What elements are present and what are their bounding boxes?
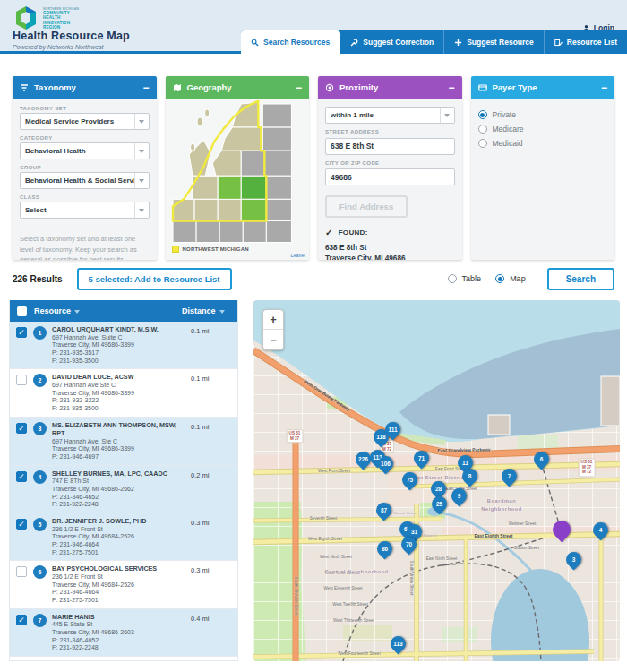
view-option-table[interactable]: Table [448, 274, 482, 283]
search-button[interactable]: Search [547, 268, 614, 290]
marker-number: 7 [502, 469, 517, 484]
map-marker-113[interactable]: 113 [387, 633, 408, 654]
resource-address-line: 747 E 8Th St [52, 478, 187, 486]
map-marker-3[interactable]: 3 [563, 548, 584, 570]
taxonomy-panel: Taxonomy − TAXONOMY SETMedical Service P… [13, 76, 157, 260]
radius-select[interactable]: within 1 mile [325, 107, 455, 124]
resource-address-line: Traverse City, MI 49686-3399 [52, 341, 187, 349]
city-zip-input[interactable] [325, 168, 455, 185]
map-marker-71[interactable]: 71 [410, 447, 432, 469]
add-to-resource-list-button[interactable]: 5 selected: Add to Resource List [77, 268, 232, 290]
marker-number: 226 [356, 452, 371, 467]
table-row[interactable]: 2DAVID DEAN LUCE, ACSW697 Hannah Ave Ste… [10, 369, 237, 417]
payer-option-medicaid[interactable]: Medicaid [478, 139, 608, 148]
resource-address-line: Traverse City, MI 49684-2526 [52, 582, 187, 590]
table-row[interactable]: ✓5DR. JENNIFER J. SOWLE, PHD236 1/2 E Fr… [10, 513, 237, 561]
tab-search-resources[interactable]: Search Resources [241, 30, 340, 54]
find-address-button[interactable]: Find Address [325, 195, 408, 218]
wrench-icon [350, 39, 358, 47]
tab-suggest-correction[interactable]: Suggest Correction [340, 30, 444, 54]
distance-value: 0.3 mi [191, 517, 237, 556]
map-marker-25[interactable]: 25 [428, 493, 450, 514]
collapse-icon[interactable]: − [142, 83, 149, 92]
payer-option-medicare[interactable]: Medicare [478, 125, 608, 134]
tab-label: Suggest Correction [363, 38, 434, 47]
radio-icon[interactable] [495, 274, 504, 283]
result-number-badge: 2 [33, 374, 47, 387]
map-marker-4[interactable]: 4 [589, 519, 611, 540]
found-address-marker[interactable] [549, 517, 574, 542]
select-taxonomy-set[interactable]: Medical Service Providers [20, 113, 150, 130]
collapse-icon[interactable]: − [296, 83, 302, 92]
distance-value: 0.4 mi [191, 613, 237, 652]
row-checkbox[interactable] [16, 375, 27, 385]
view-option-map[interactable]: Map [495, 274, 526, 283]
row-checkbox[interactable]: ✓ [16, 327, 27, 338]
street-address-input[interactable] [325, 138, 455, 155]
row-checkbox[interactable] [16, 566, 27, 577]
map-area-label: Boardman [487, 498, 516, 504]
radio-label: Map [510, 274, 526, 283]
marker-number: 111 [385, 422, 400, 437]
select-class[interactable]: Select [20, 202, 150, 219]
radio-icon[interactable] [478, 110, 487, 119]
table-row[interactable]: ✓7MARIE HANIS445 E State StTraverse City… [10, 609, 237, 657]
resource-address-line: P: 231-946-4697 [52, 453, 187, 461]
column-header-distance[interactable]: Distance [182, 306, 237, 316]
select-group[interactable]: Behavioral Health & Social Servic [20, 172, 150, 189]
results-map[interactable]: West Grandview ParkwayEast Grandview Par… [253, 300, 620, 661]
panel-title: Geography [187, 82, 232, 92]
map-marker-86[interactable]: 86 [374, 538, 395, 559]
table-row[interactable]: ✓1CAROL URQUHART KINDT, M.S.W.697 Hannah… [10, 322, 237, 369]
map-marker-106[interactable]: 106 [374, 452, 396, 474]
map-marker-7[interactable]: 7 [498, 465, 520, 487]
distance-value: 0.5 mi [191, 660, 237, 661]
resource-address-line: Traverse City, MI 49684-2526 [52, 533, 187, 541]
map-street-label: West Twelfth Street [332, 602, 368, 607]
geography-minimap[interactable]: NORTHWEST MICHIGAN Leaflet [166, 99, 310, 260]
select-all-checkbox[interactable] [17, 306, 27, 316]
map-marker-6[interactable]: 6 [530, 448, 552, 470]
collapse-icon[interactable]: − [448, 83, 454, 92]
radio-icon[interactable] [478, 139, 487, 148]
radio-icon[interactable] [478, 125, 487, 134]
row-checkbox[interactable]: ✓ [16, 471, 27, 482]
zoom-out-button[interactable]: − [263, 330, 283, 349]
resource-info: STEVEN GREENMAN, LPC125 S Park St, Suite… [52, 660, 191, 661]
marker-number: 28 [431, 481, 446, 496]
resource-address-line: P: 231-346-4652 [52, 494, 187, 502]
proximity-panel: Proximity − within 1 mile STREET ADDRESS… [318, 76, 462, 260]
table-row[interactable]: ✓3MS. ELIZABETH ANN THOMPSON, MSW, RPT69… [10, 418, 237, 466]
payer-option-private[interactable]: Private [478, 110, 608, 119]
marker-number: 71 [414, 451, 429, 466]
resource-address-line: 445 E State St [52, 621, 187, 629]
tab-suggest-resource[interactable]: Suggest Resource [444, 30, 545, 54]
leaflet-attribution[interactable]: Leaflet [290, 253, 305, 258]
row-checkbox[interactable]: ✓ [16, 519, 27, 530]
page-title: Health Resource Map [13, 30, 130, 42]
radio-icon[interactable] [448, 274, 457, 283]
map-marker-9[interactable]: 9 [448, 485, 469, 506]
zoom-in-button[interactable]: + [263, 310, 283, 330]
resource-name: STEVEN GREENMAN, LPC [52, 660, 187, 661]
column-header-resource[interactable]: Resource [34, 306, 182, 316]
resource-name: BAY PSYCHOLOGICAL SERVICES [52, 564, 187, 573]
row-checkbox[interactable]: ✓ [16, 615, 27, 625]
map-marker-111[interactable]: 111 [382, 418, 403, 440]
resource-info: DAVID DEAN LUCE, ACSW697 Hannah Ave Ste … [52, 373, 191, 412]
table-row[interactable]: ✓4SHELLEY BURNES, MA, LPC, CAADC747 E 8T… [10, 466, 237, 513]
tab-label: Suggest Resource [467, 38, 534, 47]
resource-address-line: P: 231-932-3222 [52, 397, 187, 405]
table-row[interactable]: 8STEVEN GREENMAN, LPC125 S Park St, Suit… [10, 657, 237, 661]
map-marker-75[interactable]: 75 [399, 469, 420, 490]
card-icon [478, 83, 487, 92]
row-checkbox[interactable]: ✓ [16, 423, 27, 434]
marker-number: 6 [534, 452, 549, 467]
map-marker-87[interactable]: 87 [373, 499, 394, 521]
collapse-icon[interactable]: − [601, 83, 607, 92]
map-marker-70[interactable]: 70 [398, 533, 419, 555]
table-row[interactable]: 6BAY PSYCHOLOGICAL SERVICES236 1/2 E Fro… [10, 561, 237, 608]
select-category[interactable]: Behavioral Health [20, 142, 150, 159]
tab-resource-list[interactable]: Resource List [545, 30, 627, 54]
map-marker-8[interactable]: 8 [459, 465, 480, 487]
